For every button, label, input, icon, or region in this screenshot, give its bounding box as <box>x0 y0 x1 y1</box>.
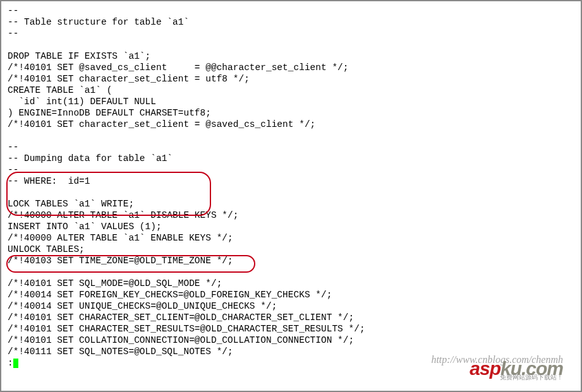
code-line: `id` int(11) DEFAULT NULL <box>8 97 156 107</box>
code-line: /*!40000 ALTER TABLE `a1` ENABLE KEYS */… <box>8 233 233 243</box>
code-line: /*!40101 SET COLLATION_CONNECTION=@OLD_C… <box>8 335 354 345</box>
code-line: /*!40101 SET character_set_client = @sav… <box>8 119 315 129</box>
code-line: /*!40101 SET CHARACTER_SET_CLIENT=@OLD_C… <box>8 312 354 323</box>
sql-dump-code: -- -- Table structure for table `a1` -- … <box>1 1 581 371</box>
code-line: LOCK TABLES `a1` WRITE; <box>8 199 134 209</box>
code-line: -- <box>8 28 18 39</box>
cursor-icon <box>13 359 18 368</box>
code-line: /*!40014 SET FOREIGN_KEY_CHECKS=@OLD_FOR… <box>8 290 332 300</box>
code-line: -- Dumping data for table `a1` <box>8 153 173 163</box>
code-line: -- Table structure for table `a1` <box>8 17 189 27</box>
code-line: /*!40103 SET TIME_ZONE=@OLD_TIME_ZONE */… <box>8 256 233 266</box>
code-line: /*!40101 SET @saved_cs_client = @@charac… <box>8 62 349 73</box>
code-line: /*!40101 SET character_set_client = utf8… <box>8 74 250 84</box>
code-line: /*!40014 SET UNIQUE_CHECKS=@OLD_UNIQUE_C… <box>8 301 277 311</box>
code-line: /*!40101 SET SQL_MODE=@OLD_SQL_MODE */; <box>8 278 222 288</box>
watermark-subtitle: 免费网站源码下载站！ <box>431 372 563 383</box>
code-line: -- WHERE: id=1 <box>8 176 90 186</box>
code-line: /*!40111 SET SQL_NOTES=@OLD_SQL_NOTES */… <box>8 347 233 357</box>
code-line: INSERT INTO `a1` VALUES (1); <box>8 222 162 232</box>
code-line: /*!40101 SET CHARACTER_SET_RESULTS=@OLD_… <box>8 324 365 334</box>
code-line: -- <box>8 165 18 175</box>
code-line: -- <box>8 6 18 16</box>
code-line: -- <box>8 142 18 152</box>
code-line: DROP TABLE IF EXISTS `a1`; <box>8 51 150 61</box>
code-line: UNLOCK TABLES; <box>8 244 85 254</box>
code-line: CREATE TABLE `a1` ( <box>8 85 112 95</box>
code-line: ) ENGINE=InnoDB DEFAULT CHARSET=utf8; <box>8 108 211 118</box>
code-line: /*!40000 ALTER TABLE `a1` DISABLE KEYS *… <box>8 210 238 220</box>
code-window: -- -- Table structure for table `a1` -- … <box>0 0 582 392</box>
prompt-prefix: : <box>8 358 13 368</box>
